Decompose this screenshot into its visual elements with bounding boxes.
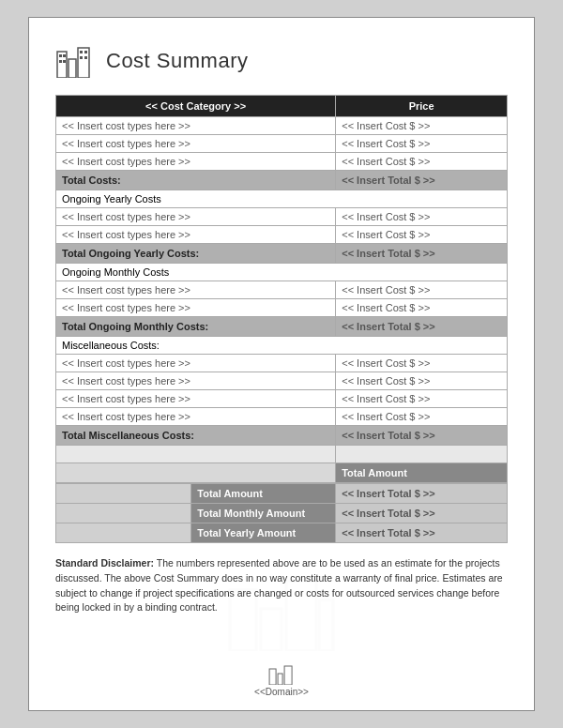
domain-label: <<Domain>> xyxy=(254,687,309,697)
total-yearly-value: << Insert Total $ >> xyxy=(336,523,508,543)
section-label-row: Ongoing Monthly Costs xyxy=(56,264,508,281)
table-row: << Insert cost types here >> << Insert C… xyxy=(56,408,508,426)
ongoing-monthly-label: Ongoing Monthly Costs xyxy=(56,264,508,281)
cost-value-cell: << Insert Cost $ >> xyxy=(336,226,508,244)
cost-value-cell: << Insert Cost $ >> xyxy=(336,135,508,153)
subtotal-label: Total Ongoing Yearly Costs: xyxy=(56,244,336,264)
svg-rect-16 xyxy=(278,674,282,685)
total-monthly-value: << Insert Total $ >> xyxy=(336,504,508,523)
cost-type-cell: << Insert cost types here >> xyxy=(56,153,336,171)
category-header: << Cost Category >> xyxy=(56,96,336,117)
cost-table: << Cost Category >> Price << Insert cost… xyxy=(55,95,508,483)
svg-rect-7 xyxy=(80,51,83,53)
cost-value-cell: << Insert Cost $ >> xyxy=(336,390,508,408)
subtotal-label: Total Miscellaneous Costs: xyxy=(56,426,336,446)
total-amount-row: Total Amount xyxy=(56,463,508,483)
subtotal-value: << Insert Total $ >> xyxy=(336,244,508,264)
subtotal-row: Total Ongoing Monthly Costs: << Insert T… xyxy=(56,317,508,337)
table-row: << Insert cost types here >> << Insert C… xyxy=(56,281,508,299)
cost-value-cell: << Insert Cost $ >> xyxy=(336,372,508,390)
table-row: << Insert cost types here >> << Insert C… xyxy=(56,372,508,390)
cost-value-cell: << Insert Cost $ >> xyxy=(336,208,508,226)
disclaimer-label: Standard Disclaimer: xyxy=(55,557,154,569)
svg-rect-9 xyxy=(80,56,83,59)
cost-value-cell: << Insert Cost $ >> xyxy=(336,355,508,372)
table-row: << Insert cost types here >> << Insert C… xyxy=(56,135,508,153)
table-row: << Insert cost types here >> << Insert C… xyxy=(56,208,508,226)
cost-value-cell: << Insert Cost $ >> xyxy=(336,408,508,426)
total-monthly-label: Total Monthly Amount xyxy=(191,504,336,523)
total-amount-value: << Insert Total $ >> xyxy=(336,484,508,504)
svg-rect-3 xyxy=(59,54,62,57)
total-amount-cell: Total Amount xyxy=(336,463,508,483)
section-label-row: Ongoing Yearly Costs xyxy=(56,190,508,208)
table-row: << Insert cost types here >> << Insert C… xyxy=(56,117,508,135)
svg-rect-14 xyxy=(319,599,333,651)
cost-type-cell: << Insert cost types here >> xyxy=(56,408,336,426)
svg-rect-11 xyxy=(230,590,256,651)
cost-value-cell: << Insert Cost $ >> xyxy=(336,153,508,171)
total-yearly-row: Total Yearly Amount << Insert Total $ >> xyxy=(56,523,508,543)
svg-rect-4 xyxy=(63,54,66,57)
subtotal-value: << Insert Total $ >> xyxy=(336,171,508,190)
total-amount-label: Total Amount xyxy=(191,484,336,504)
subtotal-label: Total Costs: xyxy=(56,171,336,190)
subtotal-label: Total Ongoing Monthly Costs: xyxy=(56,317,336,337)
total-empty-cell xyxy=(56,463,336,483)
cost-type-cell: << Insert cost types here >> xyxy=(56,299,336,317)
total-amount-label: Total Amount xyxy=(342,467,407,478)
svg-rect-17 xyxy=(284,666,292,685)
table-row: << Insert cost types here >> << Insert C… xyxy=(56,390,508,408)
subtotal-row: Total Costs: << Insert Total $ >> xyxy=(56,171,508,190)
svg-rect-1 xyxy=(68,59,76,78)
subtotal-value: << Insert Total $ >> xyxy=(336,426,508,446)
subtotal-row: Total Miscellaneous Costs: << Insert Tot… xyxy=(56,426,508,446)
miscellaneous-label: Miscellaneous Costs: xyxy=(56,337,508,355)
section-label-row: Miscellaneous Costs: xyxy=(56,337,508,355)
total-yearly-label: Total Yearly Amount xyxy=(191,523,336,543)
svg-rect-2 xyxy=(78,48,89,78)
cost-type-cell: << Insert cost types here >> xyxy=(56,372,336,390)
ongoing-yearly-label: Ongoing Yearly Costs xyxy=(56,190,508,208)
watermark xyxy=(225,576,338,654)
page-header: Cost Summary xyxy=(55,44,508,78)
cost-type-cell: << Insert cost types here >> xyxy=(56,281,336,299)
footer-building-icon xyxy=(268,664,295,685)
cost-value-cell: << Insert Cost $ >> xyxy=(336,281,508,299)
svg-rect-6 xyxy=(63,60,66,63)
page: Cost Summary << Cost Category >> Price <… xyxy=(28,17,535,711)
table-row: << Insert cost types here >> << Insert C… xyxy=(56,226,508,244)
page-title: Cost Summary xyxy=(106,49,248,73)
totals-table: Total Amount << Insert Total $ >> Total … xyxy=(55,483,508,543)
spacer-row xyxy=(56,446,508,463)
table-header-row: << Cost Category >> Price xyxy=(56,96,508,117)
cost-type-cell: << Insert cost types here >> xyxy=(56,208,336,226)
subtotal-value: << Insert Total $ >> xyxy=(336,317,508,337)
table-row: << Insert cost types here >> << Insert C… xyxy=(56,355,508,372)
cost-type-cell: << Insert cost types here >> xyxy=(56,117,336,135)
cost-type-cell: << Insert cost types here >> xyxy=(56,355,336,372)
cost-type-cell: << Insert cost types here >> xyxy=(56,226,336,244)
cost-type-cell: << Insert cost types here >> xyxy=(56,390,336,408)
cost-type-cell: << Insert cost types here >> xyxy=(56,135,336,153)
table-row: << Insert cost types here >> << Insert C… xyxy=(56,153,508,171)
svg-rect-12 xyxy=(261,609,282,651)
total-amount-row: Total Amount << Insert Total $ >> xyxy=(56,484,508,504)
cost-value-cell: << Insert Cost $ >> xyxy=(336,117,508,135)
svg-rect-8 xyxy=(84,51,87,53)
svg-rect-10 xyxy=(84,56,87,59)
svg-rect-13 xyxy=(286,581,316,651)
table-row: << Insert cost types here >> << Insert C… xyxy=(56,299,508,317)
svg-rect-5 xyxy=(59,60,62,63)
building-icon xyxy=(55,44,97,78)
total-monthly-row: Total Monthly Amount << Insert Total $ >… xyxy=(56,504,508,523)
subtotal-row: Total Ongoing Yearly Costs: << Insert To… xyxy=(56,244,508,264)
price-header: Price xyxy=(336,96,508,117)
footer: <<Domain>> xyxy=(254,664,309,697)
svg-rect-15 xyxy=(269,669,276,685)
cost-value-cell: << Insert Cost $ >> xyxy=(336,299,508,317)
